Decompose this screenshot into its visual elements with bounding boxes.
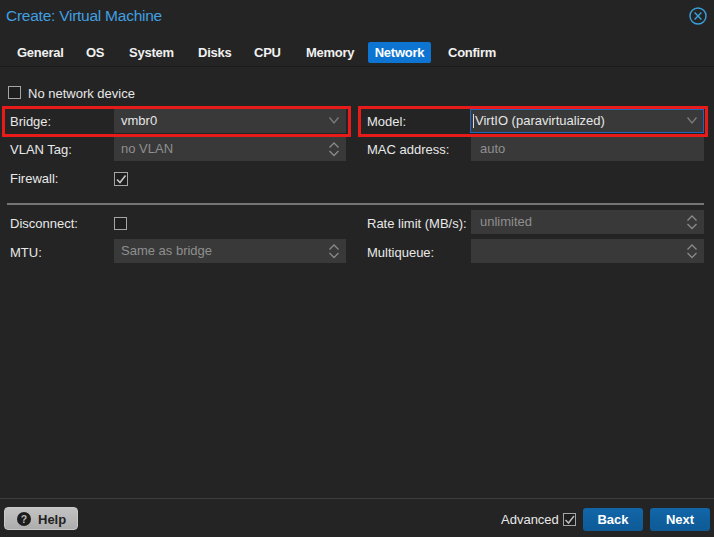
- svg-text:?: ?: [21, 513, 27, 525]
